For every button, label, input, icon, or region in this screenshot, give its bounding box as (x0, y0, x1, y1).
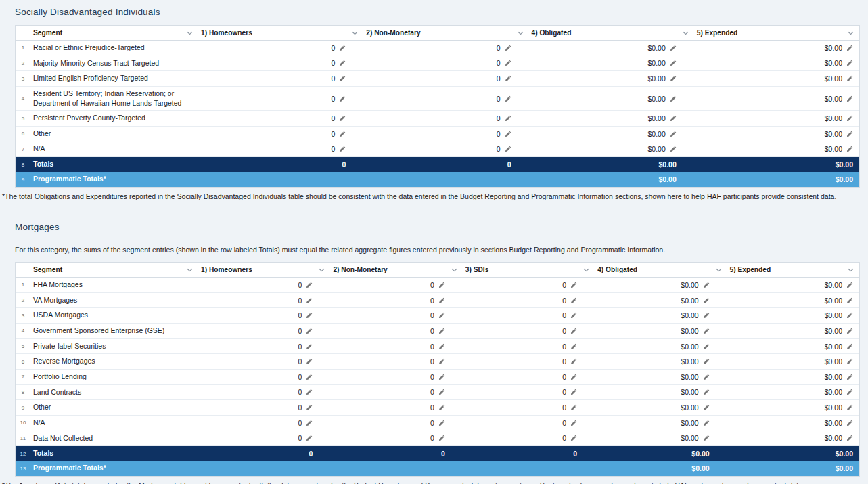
edit-pencil-icon[interactable] (505, 146, 511, 152)
column-header-segment[interactable]: Segment (30, 263, 198, 277)
value-cell[interactable]: $0.00 (694, 87, 859, 110)
value-cell[interactable]: $0.00 (727, 400, 859, 415)
edit-pencil-icon[interactable] (339, 95, 346, 102)
value-cell[interactable]: 0 (198, 370, 330, 384)
value-cell[interactable]: $0.00 (727, 278, 859, 292)
edit-pencil-icon[interactable] (505, 95, 511, 102)
edit-pencil-icon[interactable] (846, 75, 853, 82)
edit-pencil-icon[interactable] (570, 420, 577, 426)
edit-pencil-icon[interactable] (670, 75, 677, 82)
edit-pencil-icon[interactable] (703, 282, 710, 288)
edit-pencil-icon[interactable] (846, 328, 853, 334)
value-cell[interactable]: $0.00 (694, 56, 859, 71)
edit-pencil-icon[interactable] (703, 374, 710, 380)
value-cell[interactable]: $0.00 (694, 71, 859, 86)
value-cell[interactable]: 0 (198, 127, 363, 141)
edit-pencil-icon[interactable] (570, 358, 577, 365)
value-cell[interactable]: 0 (463, 308, 595, 323)
value-cell[interactable]: 0 (363, 127, 528, 141)
value-cell[interactable]: 0 (198, 111, 363, 126)
value-cell[interactable]: $0.00 (595, 324, 727, 338)
edit-pencil-icon[interactable] (670, 60, 677, 66)
value-cell[interactable]: 0 (330, 324, 462, 338)
edit-pencil-icon[interactable] (703, 389, 710, 395)
edit-pencil-icon[interactable] (570, 343, 577, 350)
edit-pencil-icon[interactable] (703, 404, 710, 411)
edit-pencil-icon[interactable] (846, 404, 853, 411)
edit-pencil-icon[interactable] (846, 389, 853, 395)
value-cell[interactable]: 0 (463, 324, 595, 338)
chevron-down-icon[interactable] (319, 268, 325, 272)
edit-pencil-icon[interactable] (703, 328, 710, 334)
edit-pencil-icon[interactable] (846, 435, 853, 441)
value-cell[interactable]: 0 (463, 354, 595, 369)
edit-pencil-icon[interactable] (505, 45, 511, 51)
value-cell[interactable]: 0 (463, 416, 595, 431)
value-cell[interactable]: 0 (463, 278, 595, 292)
value-cell[interactable]: 0 (330, 278, 462, 292)
edit-pencil-icon[interactable] (703, 420, 710, 426)
edit-pencil-icon[interactable] (846, 343, 853, 350)
value-cell[interactable]: 0 (198, 87, 363, 110)
edit-pencil-icon[interactable] (846, 312, 853, 319)
value-cell[interactable]: $0.00 (595, 308, 727, 323)
edit-pencil-icon[interactable] (306, 297, 313, 304)
edit-pencil-icon[interactable] (570, 374, 577, 380)
column-header-1[interactable]: 1) Homeowners (198, 263, 330, 277)
value-cell[interactable]: 0 (198, 41, 363, 56)
chevron-down-icon[interactable] (583, 268, 589, 272)
value-cell[interactable]: $0.00 (529, 141, 694, 156)
edit-pencil-icon[interactable] (670, 131, 677, 137)
edit-pencil-icon[interactable] (846, 420, 853, 426)
chevron-down-icon[interactable] (518, 31, 524, 35)
value-cell[interactable]: $0.00 (694, 127, 859, 141)
value-cell[interactable]: 0 (330, 400, 462, 415)
value-cell[interactable]: $0.00 (727, 324, 859, 338)
edit-pencil-icon[interactable] (306, 404, 313, 411)
edit-pencil-icon[interactable] (703, 343, 710, 350)
value-cell[interactable]: $0.00 (727, 385, 859, 400)
edit-pencil-icon[interactable] (438, 328, 445, 334)
column-header-1[interactable]: 1) Homeowners (198, 26, 363, 40)
edit-pencil-icon[interactable] (339, 60, 346, 66)
edit-pencil-icon[interactable] (570, 404, 577, 411)
value-cell[interactable]: $0.00 (694, 41, 859, 56)
value-cell[interactable]: 0 (330, 416, 462, 431)
column-header-5[interactable]: 5) Expended (727, 263, 859, 277)
edit-pencil-icon[interactable] (339, 115, 346, 122)
edit-pencil-icon[interactable] (438, 343, 445, 350)
value-cell[interactable]: 0 (198, 385, 330, 400)
edit-pencil-icon[interactable] (570, 389, 577, 395)
value-cell[interactable]: 0 (198, 400, 330, 415)
value-cell[interactable]: 0 (198, 56, 363, 71)
chevron-down-icon[interactable] (683, 31, 689, 35)
edit-pencil-icon[interactable] (339, 75, 346, 82)
chevron-down-icon[interactable] (187, 31, 193, 35)
edit-pencil-icon[interactable] (438, 420, 445, 426)
value-cell[interactable]: 0 (330, 431, 462, 446)
column-header-3[interactable]: 3) SDIs (463, 263, 595, 277)
value-cell[interactable]: 0 (330, 354, 462, 369)
value-cell[interactable]: $0.00 (727, 416, 859, 431)
edit-pencil-icon[interactable] (505, 131, 511, 137)
column-header-2[interactable]: 2) Non-Monetary (330, 263, 462, 277)
column-header-segment[interactable]: Segment (30, 26, 198, 40)
value-cell[interactable]: $0.00 (595, 293, 727, 308)
chevron-down-icon[interactable] (352, 31, 358, 35)
value-cell[interactable]: $0.00 (529, 111, 694, 126)
value-cell[interactable]: 0 (363, 41, 528, 56)
edit-pencil-icon[interactable] (846, 358, 853, 365)
edit-pencil-icon[interactable] (306, 435, 313, 441)
edit-pencil-icon[interactable] (570, 312, 577, 319)
edit-pencil-icon[interactable] (438, 297, 445, 304)
value-cell[interactable]: 0 (463, 385, 595, 400)
edit-pencil-icon[interactable] (339, 131, 346, 137)
value-cell[interactable]: $0.00 (595, 278, 727, 292)
edit-pencil-icon[interactable] (846, 45, 853, 51)
chevron-down-icon[interactable] (848, 268, 854, 272)
edit-pencil-icon[interactable] (670, 115, 677, 122)
edit-pencil-icon[interactable] (505, 60, 511, 66)
value-cell[interactable]: $0.00 (529, 41, 694, 56)
edit-pencil-icon[interactable] (339, 146, 346, 152)
edit-pencil-icon[interactable] (438, 404, 445, 411)
